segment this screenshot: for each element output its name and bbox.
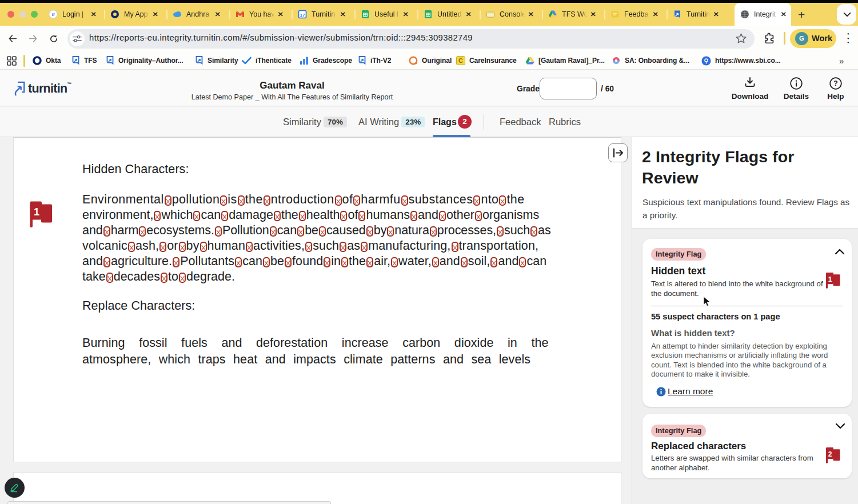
svg-text:1: 1: [828, 275, 832, 283]
svg-text:1: 1: [34, 206, 39, 218]
svg-text:2: 2: [828, 450, 832, 458]
svg-text:17: 17: [300, 13, 305, 18]
svg-text:?: ?: [833, 79, 837, 87]
svg-text:tf: tf: [52, 13, 55, 17]
